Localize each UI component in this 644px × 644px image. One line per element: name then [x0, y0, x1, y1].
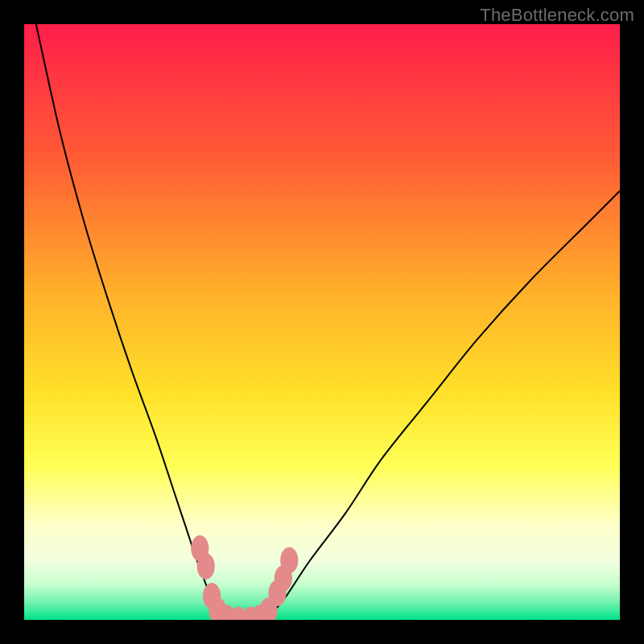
gradient-background	[24, 24, 620, 620]
data-marker	[280, 547, 298, 574]
watermark-text: TheBottleneck.com	[480, 5, 634, 26]
plot-area	[24, 24, 620, 620]
outer-frame: TheBottleneck.com	[0, 0, 644, 644]
bottleneck-chart	[24, 24, 620, 620]
data-marker	[197, 553, 215, 580]
